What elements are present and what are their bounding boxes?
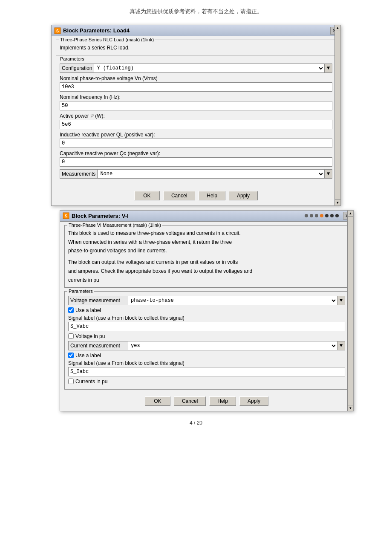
dialog-load4-title: Block Parameters: Load4 <box>63 27 130 34</box>
params-label: Parameters <box>59 56 86 61</box>
vi-desc-2: When connected in series with a three-ph… <box>68 239 345 246</box>
signal-label-i-input[interactable] <box>68 367 345 376</box>
scroll-up-1[interactable]: ▲ <box>335 25 340 31</box>
dialog-load4-titlebar: S Block Parameters: Load4 ✕ <box>52 25 340 36</box>
titlebar-dots <box>305 214 339 217</box>
use-label-v-checkbox[interactable] <box>68 307 74 313</box>
measurements-dropdown-arrow[interactable]: ▼ <box>325 169 332 179</box>
use-label-v-row: Use a label <box>68 307 345 313</box>
dot-3 <box>315 214 318 217</box>
vi-desc-6: and amperes. Check the appropriate boxes… <box>68 268 345 275</box>
measurements-label: Measurements <box>60 169 97 179</box>
help-button-2[interactable]: Help <box>209 396 236 406</box>
measurements-select[interactable]: None <box>97 169 325 179</box>
current-meas-select[interactable]: yes <box>128 341 337 350</box>
cancel-button-2[interactable]: Cancel <box>174 396 206 406</box>
current-meas-label: Current measurement <box>68 341 128 350</box>
dot-dark-2 <box>330 214 334 217</box>
vi-desc-3: phase-to-ground voltages and line curren… <box>68 247 345 254</box>
dot-dark-3 <box>335 214 339 217</box>
scroll-down-1[interactable]: ▼ <box>335 199 340 205</box>
voltage-meas-arrow[interactable]: ▼ <box>337 296 345 305</box>
ok-button-2[interactable]: OK <box>145 396 170 406</box>
signal-label-v-desc: Signal label (use a From block to collec… <box>68 315 345 321</box>
voltage-in-pu-row: Voltage in pu <box>68 333 345 339</box>
dot-2 <box>310 214 313 217</box>
capacitive-label: Capacitive reactive power Qc (negative v… <box>60 150 332 156</box>
dialog-load4-buttons: OK Cancel Help Apply <box>56 188 336 202</box>
currents-in-pu-text: Currents in pu <box>75 379 107 384</box>
voltage-meas-label: Voltage measurement <box>68 296 128 305</box>
params-group: Parameters Configuration Y (floating) ▼ <box>56 59 336 184</box>
simulink-block-icon-2: S <box>63 212 69 219</box>
dialog-vi: S Block Parameters: V-I <box>60 210 354 411</box>
active-power-label: Active power P (W): <box>60 113 332 119</box>
dialog-vi-titlebar: S Block Parameters: V-I <box>60 211 353 222</box>
dot-dark-1 <box>325 214 329 217</box>
page-watermark: 真诚为您提供优质参考资料，若有不当之处，请指正。 <box>0 0 392 20</box>
scroll-down-2[interactable]: ▼ <box>348 405 353 411</box>
voltage-in-pu-checkbox[interactable] <box>68 333 74 339</box>
nominal-freq-input[interactable] <box>60 101 332 110</box>
nominal-voltage-label: Nominal phase-to-phase voltage Vn (Vrms) <box>60 75 332 81</box>
currents-in-pu-checkbox[interactable] <box>68 379 74 384</box>
scroll-track-1 <box>335 31 340 199</box>
dialog-vi-title: Block Parameters: V-I <box>72 213 129 219</box>
vi-desc-7: currents in pu <box>68 277 345 284</box>
dot-1 <box>305 214 308 217</box>
help-button-1[interactable]: Help <box>199 191 225 200</box>
vi-params-label: Parameters <box>67 289 94 294</box>
simulink-block-icon: S <box>54 27 61 34</box>
config-label: Configuration <box>60 64 94 73</box>
block-desc: Implements a series RLC load. <box>60 45 130 51</box>
inductive-input[interactable] <box>60 139 332 148</box>
block-group-label: Three-Phase Series RLC Load (mask) (1lin… <box>59 37 155 42</box>
dot-orange <box>320 214 323 217</box>
config-row: Configuration Y (floating) ▼ <box>60 64 332 73</box>
ok-button-1[interactable]: OK <box>134 191 160 200</box>
vi-params-group: Parameters Voltage measurement phase-to-… <box>64 291 349 390</box>
dialog-load4: S Block Parameters: Load4 ✕ Three-Phase … <box>51 25 341 206</box>
capacitive-input[interactable] <box>60 157 332 167</box>
page-number: 4 / 20 <box>0 420 392 426</box>
config-dropdown-arrow[interactable]: ▼ <box>325 64 332 73</box>
cancel-button-1[interactable]: Cancel <box>163 191 195 200</box>
vi-desc-1: This block is used to measure three-phas… <box>68 230 345 237</box>
vi-desc-5: The block can output the voltages and cu… <box>68 259 345 266</box>
currents-in-pu-row: Currents in pu <box>68 379 345 384</box>
use-label-i-checkbox[interactable] <box>68 353 74 358</box>
scroll-up-2[interactable]: ▲ <box>348 211 353 217</box>
block-desc-group: Three-Phase Series RLC Load (mask) (1lin… <box>56 40 336 55</box>
scroll-track-2 <box>348 217 353 405</box>
voltage-in-pu-text: Voltage in pu <box>75 333 105 339</box>
dialog-vi-buttons: OK Cancel Help Apply <box>64 393 349 408</box>
apply-button-2[interactable]: Apply <box>239 396 268 406</box>
svg-text:S: S <box>56 29 59 34</box>
vi-block-desc-group: Three-Phase VI Measurement (mask) (1link… <box>64 225 349 288</box>
voltage-meas-select[interactable]: phase-to-phase <box>128 296 337 305</box>
apply-button-1[interactable]: Apply <box>229 191 258 200</box>
signal-label-i-desc: Signal label (use a From block to collec… <box>68 360 345 366</box>
use-label-v-text: Use a label <box>75 307 101 313</box>
active-power-input[interactable] <box>60 120 332 129</box>
scrollbar-1[interactable]: ▲ ▼ <box>334 25 340 205</box>
use-label-i-row: Use a label <box>68 353 345 358</box>
current-meas-arrow[interactable]: ▼ <box>337 341 345 350</box>
use-label-i-text: Use a label <box>75 353 101 358</box>
dialog-load4-content: Three-Phase Series RLC Load (mask) (1lin… <box>52 36 340 205</box>
scrollbar-2[interactable]: ▲ ▼ <box>347 211 353 411</box>
vi-block-group-label: Three-Phase VI Measurement (mask) (1link… <box>67 223 162 228</box>
nominal-voltage-input[interactable] <box>60 82 332 92</box>
nominal-freq-label: Nominal frequency fn (Hz): <box>60 94 332 100</box>
config-select[interactable]: Y (floating) <box>94 64 325 73</box>
inductive-label: Inductive reactive power QL (positive va… <box>60 132 332 138</box>
svg-text:S: S <box>65 214 67 219</box>
signal-label-v-input[interactable] <box>68 322 345 331</box>
dialog-vi-content: Three-Phase VI Measurement (mask) (1link… <box>60 222 353 411</box>
